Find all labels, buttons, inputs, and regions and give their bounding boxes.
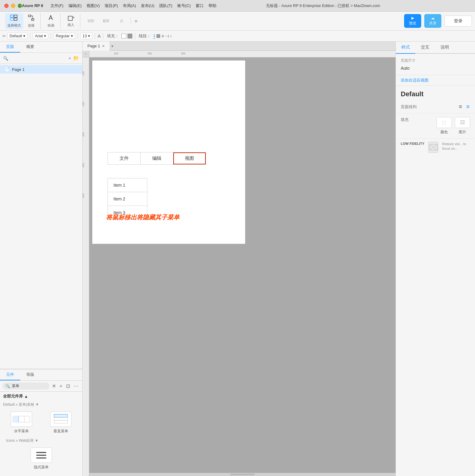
divider-1 xyxy=(30,33,30,39)
cut-button[interactable]: 切割 xyxy=(83,17,98,24)
low-fidelity-row: LOW FIDELITY Reduce visi... to focus on.… xyxy=(396,139,475,156)
menu-team[interactable]: 团队(T) xyxy=(157,2,175,9)
adaptive-view-link[interactable]: 添加自适应视图 xyxy=(401,78,429,82)
fill-color-button[interactable]: □ xyxy=(436,117,452,128)
comp-tabs: 元件 母版 xyxy=(0,369,82,381)
menu-window[interactable]: 窗口 xyxy=(193,2,206,9)
fill-color-gray[interactable] xyxy=(127,34,132,38)
canvas-area: Page 1 ✕ ▾ + 100 200 300 100 200 300 400 xyxy=(83,42,396,476)
ruler-h-200: 200 xyxy=(147,52,152,55)
tab-style[interactable]: 样式 xyxy=(396,42,415,54)
weight-arrow-icon: ▾ xyxy=(71,34,73,38)
ruler-v-300: 300 xyxy=(83,132,85,137)
fill-color-white[interactable] xyxy=(121,34,126,38)
menu-account[interactable]: 账号(C) xyxy=(175,2,193,9)
preview-label: 预览 xyxy=(409,21,416,26)
tab-pages[interactable]: 页面 xyxy=(0,42,20,53)
menu-layout[interactable]: 布局(A) xyxy=(120,2,138,9)
fill-label: 填充： xyxy=(107,33,119,39)
share-button[interactable]: ☁ 共享 xyxy=(424,14,441,28)
fill-image-button[interactable]: 🖼 xyxy=(455,117,470,128)
divider-6 xyxy=(135,33,135,39)
menu-project[interactable]: 项目(P) xyxy=(102,2,120,9)
page-item-1[interactable]: 📄 Page 1 xyxy=(0,65,82,74)
main-layout: 页面 概要 🔍 + 📁 📄 Page 1 元件 母版 🔍 xyxy=(0,42,475,476)
hmenu-item-file[interactable]: 文件 xyxy=(108,152,141,164)
connect-button[interactable]: 连接 xyxy=(24,13,39,29)
point-button[interactable]: 点 xyxy=(114,17,129,24)
more-format-icon[interactable]: › xyxy=(170,33,172,39)
left-panel: 页面 概要 🔍 + 📁 📄 Page 1 元件 母版 🔍 xyxy=(0,42,83,476)
horizontal-menu-widget[interactable]: 文件 编辑 视图 xyxy=(108,152,206,165)
page-size-value: Auto xyxy=(401,66,470,71)
minimize-button[interactable] xyxy=(11,4,15,8)
more-tools[interactable]: » xyxy=(132,18,140,24)
comp-search-input[interactable]: 🔍 菜单 xyxy=(2,383,50,390)
page-search-icon: 🔍 xyxy=(3,56,8,61)
add-page-icon[interactable]: + xyxy=(68,56,71,61)
size-select[interactable]: 13 ▾ xyxy=(80,33,92,39)
style-select[interactable]: Default ▾ xyxy=(7,33,28,39)
canvas-scrollbar-h[interactable] xyxy=(89,473,396,476)
low-fidelity-thumb[interactable] xyxy=(428,142,439,153)
draw-icon xyxy=(48,14,54,22)
tab-interact[interactable]: 交互 xyxy=(415,42,435,53)
hmenu-item-edit[interactable]: 编辑 xyxy=(141,152,173,164)
vmenu-item-1[interactable]: Item 1 xyxy=(108,178,147,192)
login-button[interactable]: 登录 xyxy=(444,16,472,27)
comp-hamburger-menu[interactable]: 隐式菜单 xyxy=(6,448,76,470)
align-left-button[interactable]: ≡ xyxy=(458,103,463,111)
size-value: 13 xyxy=(83,34,87,38)
app-name: Axure RP 9 xyxy=(22,3,43,8)
close-button[interactable] xyxy=(4,4,9,8)
select-mode-button[interactable]: 选择模式 xyxy=(5,13,23,29)
page-item-1-label: Page 1 xyxy=(12,67,24,72)
share-icon: ☁ xyxy=(431,16,435,20)
tab-outline[interactable]: 概要 xyxy=(20,42,40,53)
tab-elements[interactable]: 元件 xyxy=(0,369,20,380)
page-list: 📄 Page 1 xyxy=(0,64,82,75)
horizontal-ruler: 100 200 300 xyxy=(89,51,396,57)
svg-rect-16 xyxy=(54,414,68,417)
comp-copy-button[interactable]: ⊡ xyxy=(65,383,71,390)
comp-vertical-menu[interactable]: 垂直菜单 xyxy=(43,412,79,434)
menu-view[interactable]: 视图(V) xyxy=(84,2,102,9)
menu-publish[interactable]: 发布(U) xyxy=(138,2,157,9)
svg-rect-2 xyxy=(10,18,13,20)
vmenu-item-2[interactable]: Item 2 xyxy=(108,192,147,206)
preview-button[interactable]: ▶ 预览 xyxy=(404,14,421,28)
comp-horizontal-menu[interactable]: 水平菜单 xyxy=(3,412,40,434)
comp-icons-breadcrumb[interactable]: Icons » Web应用 ▼ xyxy=(3,437,79,445)
menu-help[interactable]: 帮助 xyxy=(206,2,219,9)
align-center-button[interactable]: ≡ xyxy=(466,103,470,111)
folder-icon[interactable]: 📁 xyxy=(73,55,79,61)
hmenu-item-view[interactable]: 视图 xyxy=(173,152,206,164)
low-fidelity-text: Reduce visi... to focus on... xyxy=(442,142,470,151)
insert-button[interactable]: 插入 xyxy=(64,14,78,28)
canvas-tab-page1[interactable]: Page 1 ✕ xyxy=(83,42,110,51)
weight-value: Regular xyxy=(56,34,70,38)
crop-button[interactable]: 裁剪 xyxy=(99,17,113,24)
ruler-h-300: 300 xyxy=(181,52,186,55)
comp-horizontal-menu-thumb xyxy=(11,412,32,427)
ruler-cross-icon: + xyxy=(85,52,87,56)
comp-more-button[interactable]: ⋯ xyxy=(72,383,80,390)
tab-masters[interactable]: 母版 xyxy=(20,369,40,380)
insert-tool-group: 插入 xyxy=(62,14,80,28)
comp-add-button[interactable]: + xyxy=(58,383,64,390)
comp-breadcrumb[interactable]: Default » 菜单|表格 ▼ xyxy=(0,401,82,408)
canvas-tab-close-icon[interactable]: ✕ xyxy=(102,44,105,48)
menu-file[interactable]: 文件(F) xyxy=(48,2,66,9)
draw-button[interactable]: 绘画 xyxy=(44,13,58,29)
menu-edit[interactable]: 编辑(E) xyxy=(66,2,84,9)
line-label: 线段： xyxy=(139,33,151,39)
line-color[interactable] xyxy=(156,34,160,38)
tab-notes[interactable]: 说明 xyxy=(435,42,455,53)
canvas-tab-more-icon[interactable]: ▾ xyxy=(111,44,113,49)
font-select[interactable]: Arial ▾ xyxy=(33,33,48,39)
divider-3 xyxy=(78,33,78,39)
comp-close-search[interactable]: ✕ xyxy=(51,383,57,390)
cut-crop-point-group: 切割 裁剪 点 xyxy=(82,17,131,24)
style-arrow-icon: ▾ xyxy=(23,34,25,38)
weight-select[interactable]: Regular ▾ xyxy=(53,33,75,39)
